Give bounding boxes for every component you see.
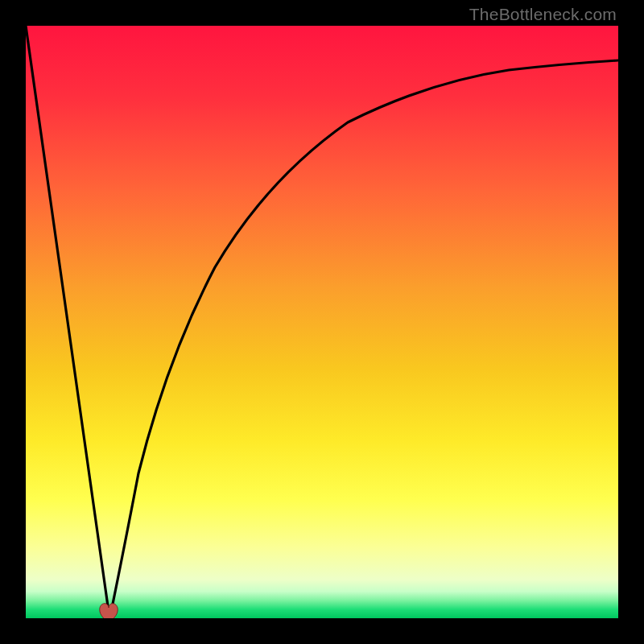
chart-frame: TheBottleneck.com — [0, 0, 644, 644]
bottleneck-curve — [26, 26, 618, 618]
watermark-text: TheBottleneck.com — [469, 5, 617, 24]
plot-area — [26, 26, 618, 618]
